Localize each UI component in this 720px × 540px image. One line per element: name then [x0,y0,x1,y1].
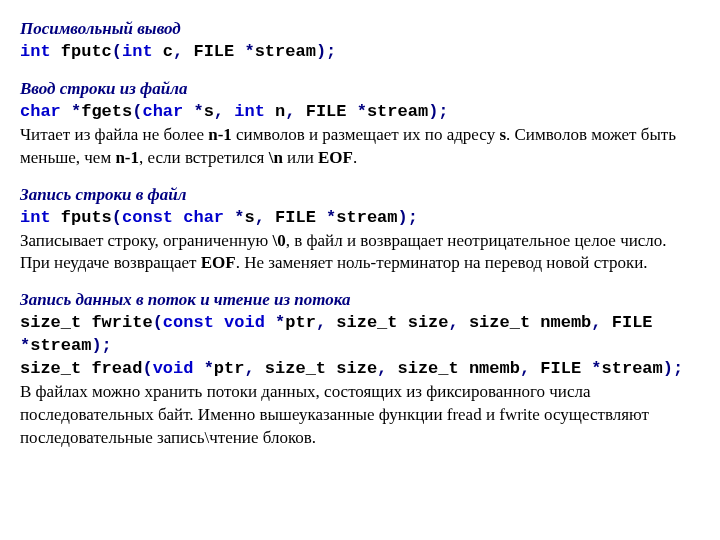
kw-void: void [153,359,194,378]
star: * [244,42,254,61]
paren-close: ); [91,336,111,355]
param-stream: stream [255,42,316,61]
heading-fwrite-fread: Запись данных в поток и чтение из потока [20,289,700,312]
paren-close: ); [316,42,336,61]
desc-fwrite-fread: В файлах можно хранить потоки данных, со… [20,381,700,450]
star: * [193,359,213,378]
param-nmemb: size_t nmemb [397,359,519,378]
heading-fputs: Запись строки в файл [20,184,700,207]
section-fputc: Посимвольный вывод int fputc(int c, FILE… [20,18,700,64]
star: * [326,208,336,227]
star: * [357,102,367,121]
text: Записывает строку, ограниченную [20,231,273,250]
code-fread: size_t fread(void *ptr, size_t size, siz… [20,358,700,381]
comma: , [520,359,540,378]
paren-open: ( [112,208,122,227]
paren-close: ); [663,359,683,378]
code-fputs: int fputs(const char *s, FILE *stream); [20,207,700,230]
paren-open: ( [153,313,163,332]
paren-open: ( [112,42,122,61]
desc-fgets: Читает из файла не более n-1 символов и … [20,124,700,170]
heading-fputc: Посимвольный вывод [20,18,700,41]
code-fgets: char *fgets(char *s, int n, FILE *stream… [20,101,700,124]
kw-const-char: const char [122,208,224,227]
param-stream: stream [602,359,663,378]
comma: , [214,102,234,121]
kw-char: char [20,102,61,121]
bold-eof: EOF [201,253,236,272]
comma: , [377,359,397,378]
param-n: n [265,102,285,121]
param-size: size_t size [265,359,377,378]
type-file: FILE [193,42,244,61]
kw-const-void: const void [163,313,265,332]
bold-n1: n-1 [208,125,232,144]
comma: , [285,102,305,121]
bold-n1: n-1 [115,148,139,167]
text: . Не заменяет ноль-терминатор на перевод… [236,253,648,272]
bold-nul: \0 [273,231,286,250]
kw-int: int [20,42,51,61]
fn-fwrite: size_t fwrite [20,313,153,332]
paren-open: ( [142,359,152,378]
fn-fputc: fputc [51,42,112,61]
comma: , [449,313,469,332]
param-s: s [204,102,214,121]
type-file: FILE [540,359,591,378]
text: символов и размещает их по адресу [232,125,500,144]
star: * [591,359,601,378]
fn-fread: size_t fread [20,359,142,378]
comma: , [244,359,264,378]
code-fwrite: size_t fwrite(const void *ptr, size_t si… [20,312,700,358]
section-fgets: Ввод строки из файла char *fgets(char *s… [20,78,700,170]
text: , если встретился [139,148,269,167]
param-stream: stream [336,208,397,227]
desc-fputs: Записывает строку, ограниченную \0, в фа… [20,230,700,276]
param-c: c [153,42,173,61]
paren-open: ( [132,102,142,121]
section-fputs: Запись строки в файл int fputs(const cha… [20,184,700,276]
fn-fgets: fgets [81,102,132,121]
text: . [353,148,357,167]
comma: , [173,42,193,61]
heading-fgets: Ввод строки из файла [20,78,700,101]
star: * [265,313,285,332]
param-size: size_t size [336,313,448,332]
param-stream: stream [367,102,428,121]
param-stream: stream [30,336,91,355]
type-file: FILE [275,208,326,227]
comma: , [316,313,336,332]
comma: , [255,208,275,227]
paren-close: ); [398,208,418,227]
star: * [61,102,81,121]
bold-eof: EOF [318,148,353,167]
param-s: s [244,208,254,227]
code-fputc: int fputc(int c, FILE *stream); [20,41,700,64]
section-fwrite-fread: Запись данных в поток и чтение из потока… [20,289,700,450]
kw-int: int [234,102,265,121]
type-file: FILE [306,102,357,121]
param-nmemb: size_t nmemb [469,313,591,332]
kw-int: int [122,42,153,61]
star: * [224,208,244,227]
kw-int: int [20,208,51,227]
comma: , [591,313,611,332]
star: * [20,336,30,355]
param-ptr: ptr [285,313,316,332]
kw-char: char [142,102,183,121]
param-ptr: ptr [214,359,245,378]
fn-fputs: fputs [51,208,112,227]
paren-close: ); [428,102,448,121]
bold-nl: \n [269,148,283,167]
star: * [183,102,203,121]
text: или [283,148,318,167]
text: Читает из файла не более [20,125,208,144]
type-file: FILE [612,313,653,332]
